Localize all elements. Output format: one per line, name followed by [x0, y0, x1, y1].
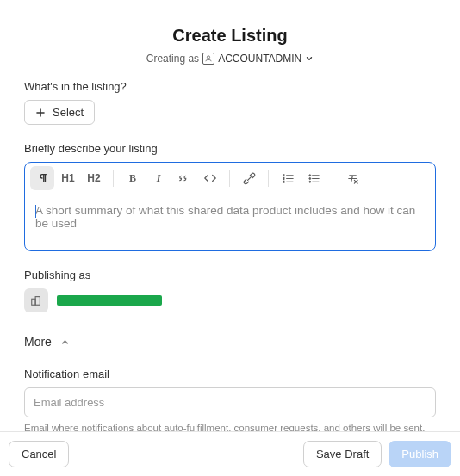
- creating-as-prefix: Creating as: [146, 53, 199, 65]
- select-button-label: Select: [53, 106, 84, 119]
- publisher-row[interactable]: [24, 288, 436, 312]
- toolbar-h1[interactable]: H1: [56, 166, 80, 190]
- ordered-list-icon: [282, 172, 295, 185]
- text-cursor: [35, 205, 36, 218]
- quote-icon: [178, 172, 190, 184]
- toolbar-clear-format[interactable]: [340, 166, 364, 190]
- toolbar-code[interactable]: [198, 166, 222, 190]
- unordered-list-icon: [308, 172, 320, 185]
- notification-help-text: Email where notifications about auto-ful…: [24, 423, 436, 431]
- listing-content-label: What's in the listing?: [24, 80, 436, 93]
- publishing-section: Publishing as: [24, 269, 436, 312]
- toolbar-unordered-list[interactable]: [301, 166, 326, 190]
- select-content-button[interactable]: Select: [24, 100, 95, 125]
- footer-bar: Cancel Save Draft Publish: [0, 431, 460, 476]
- page-title: Create Listing: [24, 26, 436, 46]
- toolbar-ordered-list[interactable]: [276, 166, 300, 190]
- toolbar-separator: [229, 170, 230, 187]
- toolbar-separator: [333, 170, 333, 187]
- paragraph-icon: [36, 172, 48, 184]
- svg-point-0: [208, 56, 210, 59]
- toolbar-paragraph[interactable]: [30, 166, 54, 190]
- listing-content-section: What's in the listing? Select: [24, 80, 436, 125]
- toolbar-bold[interactable]: B: [121, 166, 145, 190]
- svg-rect-4: [32, 299, 35, 305]
- code-icon: [203, 172, 217, 184]
- chevron-down-icon: [305, 54, 314, 63]
- notification-email-input[interactable]: [24, 387, 436, 417]
- role-selector[interactable]: ACCOUNTADMIN: [202, 53, 314, 65]
- notification-section: Notification email Email where notificat…: [24, 368, 436, 431]
- toolbar-italic[interactable]: I: [146, 166, 171, 190]
- description-editor[interactable]: H1 H2 B I: [24, 162, 436, 251]
- chevron-up-icon: [60, 337, 70, 347]
- editor-toolbar: H1 H2 B I: [25, 163, 435, 194]
- toolbar-h2[interactable]: H2: [82, 166, 106, 190]
- toolbar-link[interactable]: [237, 166, 261, 190]
- svg-point-3: [308, 181, 310, 182]
- creating-as-row: Creating as ACCOUNTADMIN: [24, 53, 436, 65]
- link-icon: [243, 172, 256, 185]
- publisher-icon: [24, 288, 48, 312]
- toolbar-quote[interactable]: [172, 166, 196, 190]
- more-toggle[interactable]: More: [24, 335, 436, 349]
- notification-label: Notification email: [24, 368, 436, 380]
- svg-rect-5: [35, 297, 40, 306]
- editor-placeholder: A short summary of what this shared data…: [35, 204, 425, 230]
- svg-point-1: [308, 174, 310, 176]
- save-draft-button[interactable]: Save Draft: [303, 441, 382, 467]
- publishing-label: Publishing as: [24, 269, 436, 281]
- svg-point-2: [308, 177, 310, 179]
- page-header: Create Listing Creating as ACCOUNTADMIN: [24, 0, 436, 80]
- describe-label: Briefly describe your listing: [24, 142, 436, 155]
- publish-button[interactable]: Publish: [389, 441, 451, 467]
- clear-format-icon: [346, 172, 359, 185]
- plus-icon: [35, 108, 46, 118]
- toolbar-separator: [268, 170, 269, 187]
- toolbar-separator: [113, 170, 114, 187]
- role-icon: [202, 53, 214, 65]
- editor-textarea[interactable]: A short summary of what this shared data…: [25, 194, 435, 250]
- more-label: More: [24, 335, 52, 349]
- publisher-name-redacted: [57, 295, 162, 306]
- cancel-button[interactable]: Cancel: [9, 441, 69, 467]
- role-name: ACCOUNTADMIN: [218, 53, 301, 65]
- describe-section: Briefly describe your listing H1 H2 B I: [24, 142, 436, 251]
